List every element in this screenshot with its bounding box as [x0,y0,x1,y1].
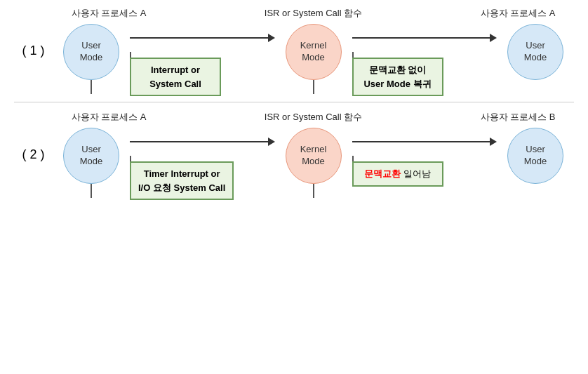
s2-user-mode-b-line2: Mode [524,156,547,168]
s2-mid-vline [313,184,314,198]
s1-kernel-mode: Kernel Mode [286,24,342,80]
s2-right-box: 문맥교환 일어남 [352,161,443,187]
s1-left-vline [91,80,92,94]
s2-kernel-mode: Kernel Mode [286,128,342,184]
s1-user-mode-a2-line2: Mode [524,52,547,64]
s2-right-hline [352,141,490,142]
s2-middle-node: Kernel Mode [275,128,352,198]
scenario-2-label: ( 2 ) [14,111,53,162]
s2-left-box-content: Timer Interrupt or I/O 요청 System Call [130,161,234,200]
s2-header-right: 사용자 프로세스 B [462,111,574,123]
s1-right-arrowhead [490,34,497,42]
s2-left-box: Timer Interrupt or I/O 요청 System Call [130,161,234,200]
s2-right-box-red: 문맥교환 [364,168,401,179]
s1-left-arrowhead [268,34,275,42]
s1-right-node: User Mode [497,24,574,80]
s1-user-mode-a-line2: Mode [80,52,103,64]
s2-left-connector: Timer Interrupt or I/O 요청 System Call [130,128,275,200]
s1-left-box-content: Interrupt or System Call [130,58,221,96]
s2-user-mode-a-line2: Mode [80,156,103,168]
s1-header-middle: ISR or System Call 함수 [165,7,462,20]
s2-right-arrowhead [490,138,497,146]
scenario-2-headers: 사용자 프로세스 A ISR or System Call 함수 사용자 프로세… [53,111,574,123]
s1-left-box: Interrupt or System Call [130,58,221,96]
diagram-container: ( 1 ) 사용자 프로세스 A ISR or System Call 함수 사… [0,0,588,374]
s2-left-vline2 [130,156,131,161]
s2-right-node: User Mode [497,128,574,184]
s2-right-arrow [352,128,497,156]
s2-user-mode-a: User Mode [63,128,119,184]
s1-left-vline2 [130,52,131,58]
s2-header-middle: ISR or System Call 함수 [165,111,462,123]
s2-left-hline [130,141,268,142]
s1-right-box-line2: User Mode 복귀 [363,79,431,89]
s1-right-box-line1: 문맥교환 없이 [369,65,427,75]
s1-user-mode-a-line1: User [81,40,100,52]
scenario-2: ( 2 ) 사용자 프로세스 A ISR or System Call 함수 사… [14,111,574,200]
s1-middle-node: Kernel Mode [275,24,352,94]
s1-mid-vline [313,80,314,94]
s1-user-mode-a: User Mode [63,24,119,80]
s1-left-arrow [130,24,275,52]
scenario-1-label: ( 1 ) [14,7,53,58]
s1-kernel-mode-line1: Kernel [300,40,327,52]
s1-header-left: 사용자 프로세스 A [53,7,165,20]
s2-user-mode-a-line1: User [81,144,100,156]
scenario-1: ( 1 ) 사용자 프로세스 A ISR or System Call 함수 사… [14,7,574,96]
s1-header-right: 사용자 프로세스 A [462,7,574,20]
s1-right-vline2 [352,52,354,58]
scenario-1-headers: 사용자 프로세스 A ISR or System Call 함수 사용자 프로세… [53,7,574,20]
s1-right-box: 문맥교환 없이 User Mode 복귀 [352,58,443,96]
scenario-divider [14,102,574,102]
scenario-1-body: 사용자 프로세스 A ISR or System Call 함수 사용자 프로세… [53,7,574,96]
s1-kernel-mode-line2: Mode [302,52,325,64]
scenario-2-body: 사용자 프로세스 A ISR or System Call 함수 사용자 프로세… [53,111,574,200]
s2-user-mode-b: User Mode [507,128,563,184]
s2-left-box-line1: Timer Interrupt or [144,168,220,179]
s2-left-arrowhead [268,138,275,146]
s1-left-hline [130,37,268,39]
s1-left-box-line2: System Call [149,79,201,89]
s2-right-box-normal: 일어남 [401,168,431,179]
s1-right-arrow [352,24,497,52]
s2-user-mode-b-line1: User [526,144,544,156]
s1-right-box-content: 문맥교환 없이 User Mode 복귀 [352,58,443,96]
s1-user-mode-a2: User Mode [507,24,563,80]
s1-right-hline [352,37,490,39]
s1-right-connector: 문맥교환 없이 User Mode 복귀 [352,24,497,96]
s2-header-left: 사용자 프로세스 A [53,111,165,123]
s2-right-connector: 문맥교환 일어남 [352,128,497,187]
s2-left-box-line2: I/O 요청 System Call [138,182,225,193]
s1-user-mode-a2-line1: User [526,40,544,52]
s2-kernel-mode-line2: Mode [302,156,325,168]
s1-diagram-row: User Mode [53,24,574,96]
s2-right-box-content: 문맥교환 일어남 [352,161,443,187]
s1-left-box-line1: Interrupt or [151,65,200,75]
s1-left-node: User Mode [53,24,130,94]
s2-left-arrow [130,128,275,156]
s2-right-vline2 [352,156,354,161]
s2-kernel-mode-line1: Kernel [300,144,327,156]
s2-left-node: User Mode [53,128,130,198]
s2-diagram-row: User Mode Timer Interrupt or [53,128,574,200]
s1-left-connector: Interrupt or System Call [130,24,275,96]
s2-left-vline [91,184,92,198]
